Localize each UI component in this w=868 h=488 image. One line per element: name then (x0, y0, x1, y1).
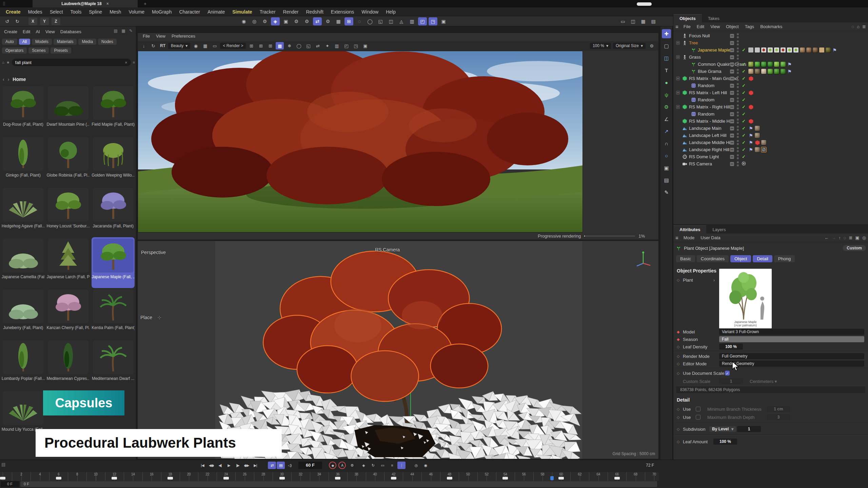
menu-help[interactable]: Help (382, 9, 399, 15)
forward-icon[interactable]: → (831, 235, 836, 240)
texture-tag-icon[interactable] (748, 47, 754, 53)
close-icon[interactable]: × (106, 1, 109, 6)
attr-menu-mode[interactable]: Mode (680, 235, 698, 240)
render-settings-icon[interactable]: ⚙ (260, 17, 269, 25)
search-input[interactable]: fall plant × (12, 59, 131, 66)
film-tool-icon[interactable]: ▤ (662, 176, 671, 185)
min-branch-use-checkbox[interactable] (696, 407, 701, 411)
rendered-image[interactable] (138, 51, 583, 232)
fields-icon[interactable]: ◬ (397, 17, 406, 25)
shuffle-icon[interactable]: ⇄ (314, 42, 322, 49)
attr-tab-basic[interactable]: Basic (676, 255, 695, 262)
object-row[interactable]: −RS Matrix - Right Hill✓ (673, 103, 868, 110)
lock-icon[interactable]: ▣ (855, 235, 859, 240)
flag-tag-icon[interactable]: ⚑ (748, 125, 754, 131)
object-row[interactable]: Common Quaking Grass✓⚑ (673, 61, 868, 68)
keyframe-diamond-icon[interactable]: ◆ (677, 330, 683, 334)
filter-icon[interactable]: ≣ (849, 235, 852, 240)
magnet-tool-icon[interactable]: ∩ (662, 139, 671, 148)
home-icon[interactable]: ⌂ (857, 24, 860, 29)
paste-frame-button[interactable]: ▤ (277, 462, 285, 469)
layer-chip-icon[interactable] (730, 48, 734, 52)
solo-off-button[interactable]: ◎ (412, 462, 420, 469)
checker-icon[interactable]: ▩ (276, 42, 284, 49)
visibility-dots[interactable] (736, 111, 739, 117)
up-icon[interactable]: ↑ (839, 235, 841, 240)
enabled-check-icon[interactable]: ✓ (741, 126, 746, 131)
render-menu-view[interactable]: View (153, 34, 169, 39)
om-menu-tags[interactable]: Tags (742, 24, 757, 29)
keyframe-diamond-icon[interactable]: ◇ (677, 362, 683, 366)
object-row[interactable]: Focus Null (673, 32, 868, 39)
om-menu-edit[interactable]: Edit (694, 24, 707, 29)
max-branch-use-checkbox[interactable] (696, 415, 701, 420)
object-row[interactable]: −RS Matrix - Main Ground✓ (673, 75, 868, 82)
material-tag-icon[interactable] (761, 140, 767, 145)
favorite-star-icon[interactable]: ★ (6, 60, 10, 65)
undo-icon[interactable]: ↺ (3, 17, 12, 25)
filter-auto[interactable]: Auto (2, 39, 17, 45)
flag-tag-icon[interactable]: ⚑ (748, 133, 754, 138)
visibility-dots[interactable] (736, 69, 739, 74)
visibility-dots[interactable] (736, 90, 739, 95)
visibility-dots[interactable] (736, 62, 739, 67)
collapse-icon[interactable]: − (676, 55, 680, 59)
attr-tab-detail[interactable]: Detail (753, 255, 772, 262)
material-tag-icon[interactable] (754, 125, 760, 131)
zoom-dropdown[interactable]: 100 %▾ (590, 43, 611, 49)
plant-item[interactable]: Lombardy Poplar (Fall... (2, 339, 45, 390)
plant-item[interactable]: Juneberry (Fall, Plant) (2, 288, 45, 339)
menu-render[interactable]: Render (279, 9, 302, 15)
plant-item[interactable]: Japanese Larch (Fall, Pl... (46, 237, 90, 288)
material-tag-icon[interactable] (780, 61, 786, 67)
go-to-start-button[interactable]: |◀ (198, 462, 206, 469)
timeline-key-marker[interactable] (56, 477, 61, 480)
asset-browser-view-icons[interactable]: ▤ ▦ ✎ (114, 28, 134, 33)
om-menu-object[interactable]: Object (723, 24, 742, 29)
layer-chip-icon[interactable] (730, 141, 734, 145)
object-row[interactable]: Blue Grama✓⚑ (673, 68, 868, 75)
layer-chip-icon[interactable] (730, 126, 734, 130)
snowflake-icon[interactable]: ❄ (285, 42, 293, 49)
timeline-key-marker[interactable] (391, 477, 396, 480)
forward-icon[interactable]: › (8, 77, 9, 82)
grid-snap-icon[interactable]: ⊞ (344, 17, 353, 25)
om-menu-view[interactable]: View (707, 24, 723, 29)
timeline-key-marker[interactable] (558, 477, 564, 480)
menu-volume[interactable]: Volume (125, 9, 148, 15)
plant-preview-thumbnail[interactable]: Japanese Maple (Acer palmatum) (719, 269, 772, 328)
enabled-check-icon[interactable]: ✓ (741, 147, 746, 152)
object-row[interactable]: Landscape Main✓⚑ (673, 125, 868, 132)
menu-extensions[interactable]: Extensions (327, 9, 358, 15)
texture-tag-icon[interactable] (761, 47, 767, 53)
viewport-camera-label[interactable]: RS Camera (375, 247, 400, 252)
layer-chip-icon[interactable] (730, 112, 734, 116)
visibility-dots[interactable] (736, 140, 739, 145)
list-view-icon[interactable]: ≡ (133, 60, 135, 64)
record-scale-button[interactable]: ▭ (378, 462, 387, 469)
visibility-dots[interactable] (736, 40, 739, 45)
texture-tag-icon[interactable] (787, 47, 792, 53)
previous-frame-button[interactable]: ◀| (216, 462, 224, 469)
box-tool-icon[interactable]: ▢ (662, 41, 671, 50)
compare-b-icon[interactable]: ⊞ (257, 42, 265, 49)
keyframe-diamond-icon[interactable]: ◇ (677, 407, 683, 411)
material-tag-icon[interactable] (754, 147, 760, 152)
layer-chip-icon[interactable] (730, 155, 734, 159)
layer-chip-icon[interactable] (730, 98, 734, 102)
om-menu-bookmarks[interactable]: Bookmarks (757, 24, 785, 29)
menu-select[interactable]: Select (46, 9, 67, 15)
material-tag-icon[interactable] (774, 61, 780, 67)
menu-simulate[interactable]: Simulate (229, 9, 256, 15)
filter-scenes[interactable]: Scenes (28, 47, 49, 54)
home-icon[interactable]: ⌂ (2, 60, 4, 64)
next-key-button[interactable]: ◆▶ (242, 462, 251, 469)
disabled-tag-icon[interactable]: ∅ (761, 147, 767, 152)
go-to-end-button[interactable]: ▶| (251, 462, 259, 469)
visibility-dots[interactable] (736, 97, 739, 102)
save-icon[interactable]: ↓ (140, 42, 148, 49)
document-tab[interactable]: Laubwerk@Maple 18 × (33, 0, 138, 7)
custom-scale-input[interactable]: 1 (719, 378, 743, 384)
search-icon[interactable]: ◌ (844, 235, 846, 240)
material-tag-icon[interactable] (761, 68, 767, 74)
